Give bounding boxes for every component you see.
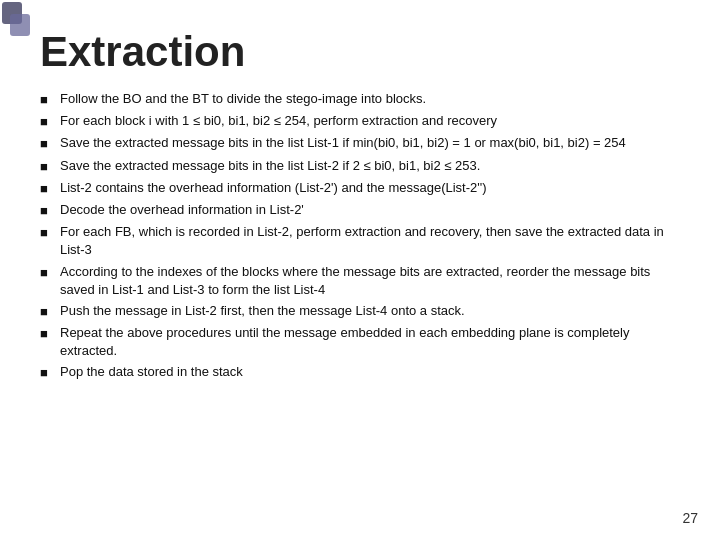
content-area: ■Follow the BO and the BT to divide the … (40, 90, 680, 383)
bullet-text: For each block i with 1 ≤ bi0, bi1, bi2 … (60, 112, 680, 130)
list-item: ■List-2 contains the overhead informatio… (40, 179, 680, 198)
list-item: ■Push the message in List-2 first, then … (40, 302, 680, 321)
bullet-icon: ■ (40, 303, 54, 321)
list-item: ■Save the extracted message bits in the … (40, 134, 680, 153)
list-item: ■Repeat the above procedures until the m… (40, 324, 680, 360)
bullet-text: Decode the overhead information in List-… (60, 201, 680, 219)
bullet-icon: ■ (40, 158, 54, 176)
list-item: ■Pop the data stored in the stack (40, 363, 680, 382)
page-number: 27 (682, 510, 698, 526)
list-item: ■Save the extracted message bits in the … (40, 157, 680, 176)
page-title: Extraction (40, 28, 690, 76)
bullet-text: Save the extracted message bits in the l… (60, 157, 680, 175)
bullet-text: According to the indexes of the blocks w… (60, 263, 680, 299)
bullet-icon: ■ (40, 113, 54, 131)
bullet-text: Repeat the above procedures until the me… (60, 324, 680, 360)
slide-page: Extraction ■Follow the BO and the BT to … (0, 0, 720, 540)
bullet-icon: ■ (40, 325, 54, 343)
svg-rect-1 (10, 14, 30, 36)
bullet-text: Push the message in List-2 first, then t… (60, 302, 680, 320)
list-item: ■Follow the BO and the BT to divide the … (40, 90, 680, 109)
bullet-text: List-2 contains the overhead information… (60, 179, 680, 197)
bullet-text: For each FB, which is recorded in List-2… (60, 223, 680, 259)
bullet-text: Save the extracted message bits in the l… (60, 134, 680, 152)
bullet-icon: ■ (40, 364, 54, 382)
list-item: ■For each block i with 1 ≤ bi0, bi1, bi2… (40, 112, 680, 131)
bullet-icon: ■ (40, 135, 54, 153)
list-item: ■Decode the overhead information in List… (40, 201, 680, 220)
bullet-text: Follow the BO and the BT to divide the s… (60, 90, 680, 108)
bullet-icon: ■ (40, 180, 54, 198)
list-item: ■For each FB, which is recorded in List-… (40, 223, 680, 259)
bullet-icon: ■ (40, 224, 54, 242)
bullet-list: ■Follow the BO and the BT to divide the … (40, 90, 680, 383)
corner-decoration-icon (0, 0, 50, 60)
bullet-icon: ■ (40, 202, 54, 220)
bullet-text: Pop the data stored in the stack (60, 363, 680, 381)
list-item: ■According to the indexes of the blocks … (40, 263, 680, 299)
bullet-icon: ■ (40, 264, 54, 282)
bullet-icon: ■ (40, 91, 54, 109)
